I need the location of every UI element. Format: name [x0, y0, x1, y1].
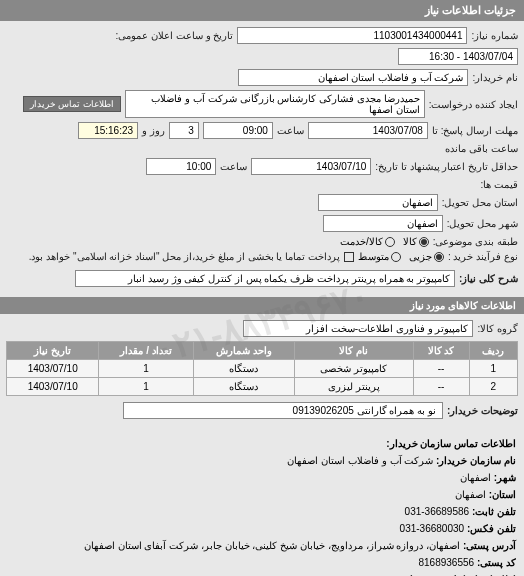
remaining-label: ساعت باقی مانده	[445, 143, 518, 154]
treasury-note: پرداخت تماما یا بخشی از مبلغ خرید،از محل…	[29, 251, 340, 262]
need-desc-field: کامپیوتر به همراه پرینتر پرداخت ظرف یکما…	[75, 270, 455, 287]
purchase-type-radio-group: جزیی متوسط	[358, 251, 444, 262]
goods-table: ردیف کد کالا نام کالا واحد شمارش تعداد /…	[6, 341, 518, 396]
send-days-field: 3	[169, 122, 199, 139]
send-deadline-label: مهلت ارسال پاسخ: تا	[432, 125, 518, 136]
table-row: 2--پرینتر لیزریدستگاه11403/07/10	[7, 378, 518, 396]
th-name: نام کالا	[295, 342, 414, 360]
th-unit: واحد شمارش	[193, 342, 294, 360]
province-value: اصفهان	[455, 489, 486, 500]
province-label: استان:	[489, 489, 516, 500]
org-label: نام سازمان خریدار:	[436, 455, 516, 466]
table-cell: --	[413, 378, 469, 396]
send-time-field: 09:00	[203, 122, 273, 139]
city-label: شهر:	[494, 472, 516, 483]
table-cell: --	[413, 360, 469, 378]
contact-section-title: اطلاعات تماس سازمان خریدار:	[8, 435, 516, 452]
page-header: جزئیات اطلاعات نیاز	[0, 0, 524, 21]
request-creator-label: ایجاد کننده درخواست:	[429, 99, 518, 110]
budget-label: طبقه بندی موضوعی:	[433, 236, 518, 247]
request-creator-field: حمیدرضا مجدی فشارکی کارشناس بازرگانی شرک…	[125, 90, 425, 118]
table-cell: 1403/07/10	[7, 360, 99, 378]
radio-khadamat[interactable]: کالا/خدمت	[340, 236, 395, 247]
radio-kala[interactable]: کالا	[403, 236, 429, 247]
radio-low[interactable]: جزیی	[409, 251, 444, 262]
phone-label: تلفن ثابت:	[472, 506, 516, 517]
org-value: شرکت آب و فاضلاب استان اصفهان	[287, 455, 433, 466]
radio-dot-icon	[391, 252, 401, 262]
table-cell: 1	[469, 360, 517, 378]
creator-section-title: اطلاعات ایجاد کننده درخواست:	[8, 571, 516, 576]
radio-mid[interactable]: متوسط	[358, 251, 401, 262]
table-cell: 1	[99, 360, 193, 378]
announce-field: 1403/07/04 - 16:30	[398, 48, 518, 65]
address-value: اصفهان، دروازه شیراز، مرداویج، خیابان شی…	[84, 540, 460, 551]
table-cell: دستگاه	[193, 378, 294, 396]
send-time-label: ساعت	[277, 125, 304, 136]
phone-value: 36689586-031	[405, 506, 470, 517]
goods-section-title: اطلاعات کالاهای مورد نیاز	[0, 297, 524, 314]
validity-date-field: 1403/07/10	[251, 158, 371, 175]
postal-value: 8168936556	[418, 557, 474, 568]
remaining-time-field: 15:16:23	[78, 122, 138, 139]
buyer-name-field: شرکت آب و فاضلاب استان اصفهان	[238, 69, 468, 86]
delivery-city-field: اصفهان	[323, 215, 443, 232]
address-label: آدرس پستی:	[463, 540, 516, 551]
table-row: 1--کامپیوتر شخصیدستگاه11403/07/10	[7, 360, 518, 378]
budget-radio-group: کالا کالا/خدمت	[340, 236, 429, 247]
need-no-field: 1103001434000441	[237, 27, 467, 44]
need-desc-label: شرح کلی نیاز:	[459, 273, 518, 284]
postal-label: کد پستی:	[477, 557, 516, 568]
city-value: اصفهان	[460, 472, 491, 483]
need-no-label: شماره نیاز:	[471, 30, 518, 41]
validity-time-label: ساعت	[220, 161, 247, 172]
table-header-row: ردیف کد کالا نام کالا واحد شمارش تعداد /…	[7, 342, 518, 360]
delivery-province-field: اصفهان	[318, 194, 438, 211]
buyer-notes-label: توضیحات خریدار:	[447, 405, 518, 416]
radio-dot-icon	[419, 237, 429, 247]
buyer-contact-button[interactable]: اطلاعات تماس خریدار	[23, 96, 121, 112]
th-date: تاریخ نیاز	[7, 342, 99, 360]
table-cell: 1403/07/10	[7, 378, 99, 396]
purchase-type-label: نوع فرآیند خرید :	[448, 251, 518, 262]
fax-value: 36680030-031	[400, 523, 465, 534]
treasury-checkbox[interactable]	[344, 252, 354, 262]
table-cell: کامپیوتر شخصی	[295, 360, 414, 378]
validity-time-field: 10:00	[146, 158, 216, 175]
radio-dot-icon	[434, 252, 444, 262]
price-label: قیمت ها:	[480, 179, 518, 190]
announce-label: تاریخ و ساعت اعلان عمومی:	[116, 30, 234, 41]
radio-dot-icon	[385, 237, 395, 247]
table-cell: 1	[99, 378, 193, 396]
th-code: کد کالا	[413, 342, 469, 360]
goods-group-field: کامپیوتر و فناوری اطلاعات-سخت افزار	[243, 320, 473, 337]
th-qty: تعداد / مقدار	[99, 342, 193, 360]
validity-label: حداقل تاریخ اعتبار پیشنهاد تا تاریخ:	[375, 161, 518, 172]
delivery-city-label: شهر محل تحویل:	[447, 218, 518, 229]
table-cell: دستگاه	[193, 360, 294, 378]
send-date-field: 1403/07/08	[308, 122, 428, 139]
buyer-name-label: نام خریدار:	[472, 72, 518, 83]
fax-label: تلفن فکس:	[467, 523, 516, 534]
th-row: ردیف	[469, 342, 517, 360]
send-days-label: روز و	[142, 125, 165, 136]
table-cell: پرینتر لیزری	[295, 378, 414, 396]
buyer-notes-field: نو به همراه گارانتی 09139026205	[123, 402, 443, 419]
goods-group-label: گروه کالا:	[477, 323, 518, 334]
delivery-province-label: استان محل تحویل:	[442, 197, 518, 208]
table-cell: 2	[469, 378, 517, 396]
